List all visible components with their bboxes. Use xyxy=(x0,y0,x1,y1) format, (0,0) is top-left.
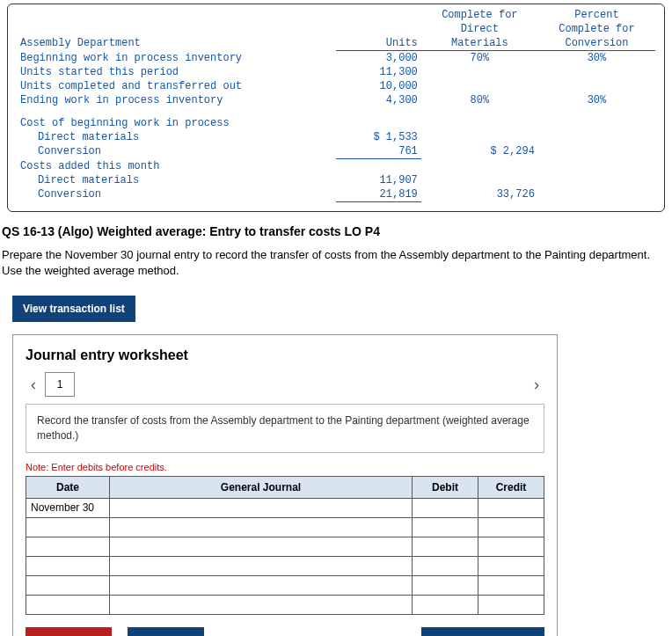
account-cell[interactable] xyxy=(110,575,413,595)
date-cell[interactable] xyxy=(26,595,110,614)
hdr-units: Units xyxy=(336,36,421,51)
date-cell[interactable] xyxy=(26,517,110,537)
section3-title: Costs added this month xyxy=(17,159,336,173)
credit-cell[interactable] xyxy=(478,498,544,517)
credit-cell[interactable] xyxy=(478,556,544,575)
date-cell[interactable] xyxy=(26,575,110,595)
account-cell[interactable] xyxy=(110,517,413,537)
table-row: Conversion 21,819 33,726 xyxy=(17,187,655,202)
debit-cell[interactable] xyxy=(413,537,478,556)
tab-1[interactable]: 1 xyxy=(45,372,75,397)
account-cell[interactable] xyxy=(110,595,413,614)
table-row: Direct materials 11,907 xyxy=(17,173,655,187)
question-instructions: Prepare the November 30 journal entry to… xyxy=(2,247,670,281)
debit-cell[interactable] xyxy=(413,498,478,517)
chevron-left-icon[interactable]: ‹ xyxy=(26,376,41,394)
debit-cell[interactable] xyxy=(413,595,478,614)
col-credit: Credit xyxy=(478,476,544,498)
clear-entry-button[interactable]: Clear entry xyxy=(128,627,204,636)
journal-row xyxy=(26,556,544,575)
worksheet-title: Journal entry worksheet xyxy=(26,347,544,363)
chevron-right-icon[interactable]: › xyxy=(529,376,544,394)
debit-cell[interactable] xyxy=(413,517,478,537)
col-account: General Journal xyxy=(110,476,413,498)
section1-title: Assembly Department xyxy=(17,36,336,51)
table-row: Beginning work in process inventory 3,00… xyxy=(17,51,655,66)
hdr-cv-l1: Percent xyxy=(538,8,655,22)
account-cell[interactable] xyxy=(110,537,413,556)
table-row: Ending work in process inventory 4,300 8… xyxy=(17,93,655,107)
credit-cell[interactable] xyxy=(478,537,544,556)
table-row: Conversion 761 $ 2,294 xyxy=(17,144,655,159)
hdr-cv-l2: Complete for xyxy=(538,22,655,36)
credit-cell[interactable] xyxy=(478,517,544,537)
date-cell[interactable]: November 30 xyxy=(26,498,110,517)
table-row: Units started this period 11,300 xyxy=(17,65,655,79)
section2-title: Cost of beginning work in process xyxy=(17,116,336,130)
col-date: Date xyxy=(26,476,110,498)
debit-cell[interactable] xyxy=(413,575,478,595)
journal-worksheet: Journal entry worksheet ‹ 1 › Record the… xyxy=(12,334,558,636)
record-entry-button[interactable]: Record entry xyxy=(26,627,112,636)
table-row: Direct materials $ 1,533 xyxy=(17,130,655,144)
debit-cell[interactable] xyxy=(413,556,478,575)
assembly-data-box: Complete for Percent Direct Complete for… xyxy=(7,4,665,212)
journal-row xyxy=(26,595,544,614)
view-general-journal-button[interactable]: View general journal xyxy=(421,627,544,636)
debits-note: Note: Enter debits before credits. xyxy=(26,462,544,472)
account-cell[interactable] xyxy=(110,556,413,575)
hdr-dm-l1: Complete for xyxy=(421,8,538,22)
journal-row xyxy=(26,537,544,556)
credit-cell[interactable] xyxy=(478,595,544,614)
assembly-table: Complete for Percent Direct Complete for… xyxy=(17,8,655,202)
hdr-cv-l3: Conversion xyxy=(538,36,655,51)
date-cell[interactable] xyxy=(26,537,110,556)
credit-cell[interactable] xyxy=(478,575,544,595)
journal-row xyxy=(26,517,544,537)
journal-row xyxy=(26,575,544,595)
date-cell[interactable] xyxy=(26,556,110,575)
question-title: QS 16-13 (Algo) Weighted average: Entry … xyxy=(2,224,672,238)
view-transaction-list-button[interactable]: View transaction list xyxy=(12,296,135,322)
journal-table: Date General Journal Debit Credit Novemb… xyxy=(26,476,544,615)
entry-description: Record the transfer of costs from the As… xyxy=(26,404,544,453)
table-row: Units completed and transferred out 10,0… xyxy=(17,79,655,93)
col-debit: Debit xyxy=(413,476,478,498)
hdr-dm-l2: Direct xyxy=(421,22,538,36)
hdr-dm-l3: Materials xyxy=(421,36,538,51)
account-cell[interactable] xyxy=(110,498,413,517)
journal-row: November 30 xyxy=(26,498,544,517)
